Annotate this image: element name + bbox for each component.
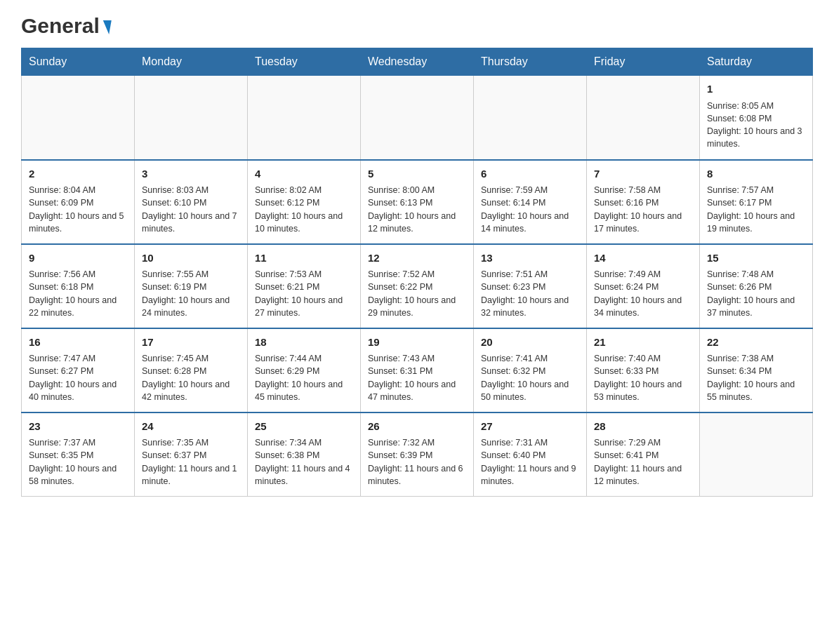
day-number: 24	[142, 419, 240, 434]
col-friday: Friday	[587, 48, 700, 76]
day-info: Sunrise: 7:34 AM Sunset: 6:38 PM Dayligh…	[255, 436, 353, 488]
day-number: 18	[255, 335, 353, 350]
day-info: Sunrise: 8:03 AM Sunset: 6:10 PM Dayligh…	[142, 184, 240, 235]
day-info: Sunrise: 8:00 AM Sunset: 6:13 PM Dayligh…	[368, 184, 466, 235]
calendar-cell: 18Sunrise: 7:44 AM Sunset: 6:29 PM Dayli…	[248, 328, 361, 412]
calendar-cell: 19Sunrise: 7:43 AM Sunset: 6:31 PM Dayli…	[361, 328, 474, 412]
calendar-cell: 14Sunrise: 7:49 AM Sunset: 6:24 PM Dayli…	[587, 244, 700, 328]
calendar-table: Sunday Monday Tuesday Wednesday Thursday…	[21, 48, 813, 497]
calendar-cell: 26Sunrise: 7:32 AM Sunset: 6:39 PM Dayli…	[361, 412, 474, 497]
calendar-cell	[22, 76, 135, 160]
day-number: 6	[481, 166, 579, 182]
day-info: Sunrise: 7:56 AM Sunset: 6:18 PM Dayligh…	[29, 268, 127, 319]
day-number: 10	[142, 250, 240, 266]
calendar-cell: 4Sunrise: 8:02 AM Sunset: 6:12 PM Daylig…	[248, 160, 361, 244]
col-monday: Monday	[135, 48, 248, 76]
day-number: 11	[255, 250, 353, 266]
day-info: Sunrise: 8:04 AM Sunset: 6:09 PM Dayligh…	[29, 184, 127, 235]
day-number: 22	[707, 335, 805, 350]
calendar-cell: 28Sunrise: 7:29 AM Sunset: 6:41 PM Dayli…	[587, 412, 700, 497]
day-number: 16	[29, 335, 127, 350]
calendar-cell: 27Sunrise: 7:31 AM Sunset: 6:40 PM Dayli…	[474, 412, 587, 497]
calendar-cell	[474, 76, 587, 160]
day-number: 17	[142, 335, 240, 350]
day-info: Sunrise: 7:59 AM Sunset: 6:14 PM Dayligh…	[481, 184, 579, 235]
calendar-cell: 25Sunrise: 7:34 AM Sunset: 6:38 PM Dayli…	[248, 412, 361, 497]
calendar-cell	[248, 76, 361, 160]
day-number: 21	[594, 335, 692, 350]
week-row-3: 9Sunrise: 7:56 AM Sunset: 6:18 PM Daylig…	[22, 244, 813, 328]
day-number: 5	[368, 166, 466, 182]
calendar-cell: 7Sunrise: 7:58 AM Sunset: 6:16 PM Daylig…	[587, 160, 700, 244]
col-thursday: Thursday	[474, 48, 587, 76]
day-number: 3	[142, 166, 240, 182]
day-number: 4	[255, 166, 353, 182]
day-info: Sunrise: 7:38 AM Sunset: 6:34 PM Dayligh…	[707, 352, 805, 403]
day-info: Sunrise: 7:32 AM Sunset: 6:39 PM Dayligh…	[368, 436, 466, 488]
calendar-cell: 23Sunrise: 7:37 AM Sunset: 6:35 PM Dayli…	[22, 412, 135, 497]
day-number: 2	[29, 166, 127, 182]
day-info: Sunrise: 7:53 AM Sunset: 6:21 PM Dayligh…	[255, 268, 353, 319]
day-number: 27	[481, 419, 579, 434]
day-number: 23	[29, 419, 127, 434]
day-number: 1	[707, 81, 805, 97]
day-number: 12	[368, 250, 466, 266]
week-row-2: 2Sunrise: 8:04 AM Sunset: 6:09 PM Daylig…	[22, 160, 813, 244]
day-info: Sunrise: 8:05 AM Sunset: 6:08 PM Dayligh…	[707, 100, 805, 151]
day-info: Sunrise: 7:37 AM Sunset: 6:35 PM Dayligh…	[29, 436, 127, 488]
week-row-4: 16Sunrise: 7:47 AM Sunset: 6:27 PM Dayli…	[22, 328, 813, 412]
day-number: 28	[594, 419, 692, 434]
calendar-cell: 6Sunrise: 7:59 AM Sunset: 6:14 PM Daylig…	[474, 160, 587, 244]
calendar-cell	[700, 412, 813, 497]
calendar-cell: 22Sunrise: 7:38 AM Sunset: 6:34 PM Dayli…	[700, 328, 813, 412]
week-row-1: 1Sunrise: 8:05 AM Sunset: 6:08 PM Daylig…	[22, 76, 813, 160]
calendar-cell: 2Sunrise: 8:04 AM Sunset: 6:09 PM Daylig…	[22, 160, 135, 244]
calendar-cell: 3Sunrise: 8:03 AM Sunset: 6:10 PM Daylig…	[135, 160, 248, 244]
calendar-cell: 24Sunrise: 7:35 AM Sunset: 6:37 PM Dayli…	[135, 412, 248, 497]
day-number: 20	[481, 335, 579, 350]
day-info: Sunrise: 7:45 AM Sunset: 6:28 PM Dayligh…	[142, 352, 240, 403]
col-wednesday: Wednesday	[361, 48, 474, 76]
day-number: 7	[594, 166, 692, 182]
header-row: Sunday Monday Tuesday Wednesday Thursday…	[22, 48, 813, 76]
day-number: 26	[368, 419, 466, 434]
calendar-cell	[135, 76, 248, 160]
day-info: Sunrise: 7:58 AM Sunset: 6:16 PM Dayligh…	[594, 184, 692, 235]
day-info: Sunrise: 7:29 AM Sunset: 6:41 PM Dayligh…	[594, 436, 692, 488]
calendar-cell: 12Sunrise: 7:52 AM Sunset: 6:22 PM Dayli…	[361, 244, 474, 328]
calendar-cell: 5Sunrise: 8:00 AM Sunset: 6:13 PM Daylig…	[361, 160, 474, 244]
day-info: Sunrise: 7:43 AM Sunset: 6:31 PM Dayligh…	[368, 352, 466, 403]
calendar-cell: 1Sunrise: 8:05 AM Sunset: 6:08 PM Daylig…	[700, 76, 813, 160]
day-info: Sunrise: 7:52 AM Sunset: 6:22 PM Dayligh…	[368, 268, 466, 319]
calendar-cell: 15Sunrise: 7:48 AM Sunset: 6:26 PM Dayli…	[700, 244, 813, 328]
week-row-5: 23Sunrise: 7:37 AM Sunset: 6:35 PM Dayli…	[22, 412, 813, 497]
calendar-cell: 9Sunrise: 7:56 AM Sunset: 6:18 PM Daylig…	[22, 244, 135, 328]
day-info: Sunrise: 7:31 AM Sunset: 6:40 PM Dayligh…	[481, 436, 579, 488]
day-info: Sunrise: 7:57 AM Sunset: 6:17 PM Dayligh…	[707, 184, 805, 235]
calendar-cell: 11Sunrise: 7:53 AM Sunset: 6:21 PM Dayli…	[248, 244, 361, 328]
day-number: 25	[255, 419, 353, 434]
day-info: Sunrise: 7:41 AM Sunset: 6:32 PM Dayligh…	[481, 352, 579, 403]
calendar-cell	[587, 76, 700, 160]
day-info: Sunrise: 7:44 AM Sunset: 6:29 PM Dayligh…	[255, 352, 353, 403]
calendar-cell: 16Sunrise: 7:47 AM Sunset: 6:27 PM Dayli…	[22, 328, 135, 412]
calendar-cell: 8Sunrise: 7:57 AM Sunset: 6:17 PM Daylig…	[700, 160, 813, 244]
calendar-cell: 10Sunrise: 7:55 AM Sunset: 6:19 PM Dayli…	[135, 244, 248, 328]
day-number: 13	[481, 250, 579, 266]
calendar-cell: 17Sunrise: 7:45 AM Sunset: 6:28 PM Dayli…	[135, 328, 248, 412]
day-info: Sunrise: 7:51 AM Sunset: 6:23 PM Dayligh…	[481, 268, 579, 319]
logo: General	[21, 14, 110, 34]
day-info: Sunrise: 7:35 AM Sunset: 6:37 PM Dayligh…	[142, 436, 240, 488]
calendar-cell	[361, 76, 474, 160]
day-number: 8	[707, 166, 805, 182]
day-info: Sunrise: 7:49 AM Sunset: 6:24 PM Dayligh…	[594, 268, 692, 319]
calendar-cell: 20Sunrise: 7:41 AM Sunset: 6:32 PM Dayli…	[474, 328, 587, 412]
day-number: 14	[594, 250, 692, 266]
col-sunday: Sunday	[22, 48, 135, 76]
day-info: Sunrise: 8:02 AM Sunset: 6:12 PM Dayligh…	[255, 184, 353, 235]
day-number: 15	[707, 250, 805, 266]
calendar-cell: 21Sunrise: 7:40 AM Sunset: 6:33 PM Dayli…	[587, 328, 700, 412]
page-header: General	[21, 14, 813, 34]
col-saturday: Saturday	[700, 48, 813, 76]
day-info: Sunrise: 7:48 AM Sunset: 6:26 PM Dayligh…	[707, 268, 805, 319]
